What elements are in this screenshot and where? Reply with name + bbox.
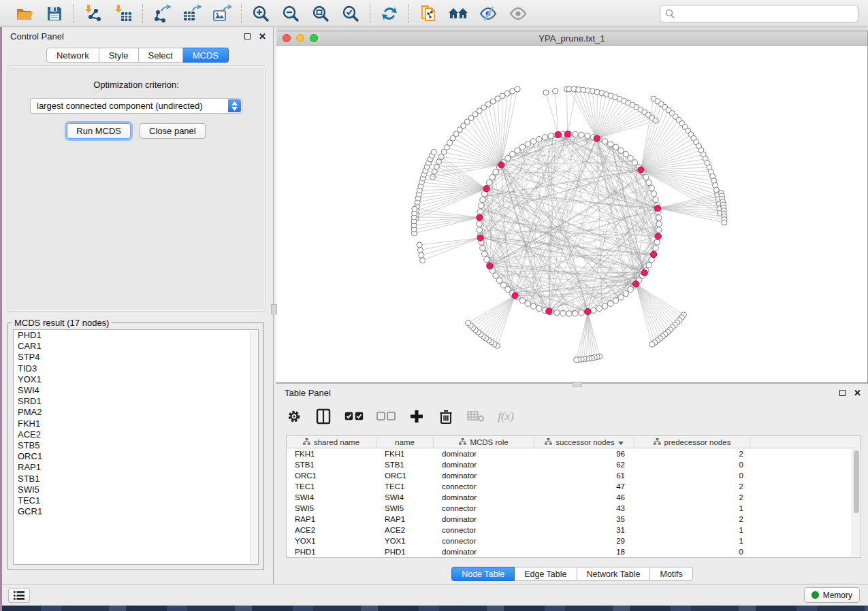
- mcds-result-item[interactable]: ORC1: [14, 451, 258, 462]
- graph-node[interactable]: [632, 160, 637, 165]
- table-row[interactable]: TEC1TEC1connector472: [287, 481, 861, 492]
- graph-node[interactable]: [493, 169, 498, 175]
- table-row[interactable]: SWI5SWI5connector431: [287, 503, 861, 514]
- mcds-result-item[interactable]: SWI4: [14, 385, 258, 396]
- search-field[interactable]: [660, 5, 858, 22]
- graph-node[interactable]: [493, 273, 498, 278]
- zoom-out-icon[interactable]: [280, 3, 301, 24]
- graph-hub-node[interactable]: [638, 167, 644, 173]
- network-graph[interactable]: [276, 46, 867, 382]
- graph-node[interactable]: [722, 220, 727, 225]
- graph-node[interactable]: [477, 227, 482, 233]
- table-row[interactable]: ACE2ACE2connector311: [287, 525, 861, 535]
- column-header-successor-nodes[interactable]: successor nodes: [534, 436, 634, 448]
- graph-node[interactable]: [602, 303, 607, 309]
- graph-node[interactable]: [646, 180, 652, 185]
- graph-node[interactable]: [417, 242, 422, 248]
- network-canvas[interactable]: [276, 46, 867, 382]
- float-window-icon[interactable]: [839, 390, 846, 396]
- graph-node[interactable]: [548, 133, 553, 139]
- graph-node[interactable]: [496, 278, 502, 283]
- column-header-name[interactable]: name: [376, 436, 434, 448]
- graph-node[interactable]: [656, 221, 662, 227]
- table-scrollbar-thumb[interactable]: [854, 450, 859, 513]
- mcds-result-item[interactable]: STP4: [14, 352, 258, 363]
- graph-node[interactable]: [487, 180, 492, 185]
- table-row[interactable]: PHD1PHD1dominator180: [287, 546, 861, 557]
- graph-node[interactable]: [608, 142, 613, 147]
- graph-hub-node[interactable]: [546, 308, 552, 314]
- graph-hub-node[interactable]: [633, 281, 639, 287]
- graph-node[interactable]: [479, 203, 484, 208]
- column-header-MCDS-role[interactable]: MCDS role: [434, 436, 534, 448]
- tab-motifs[interactable]: Motifs: [650, 567, 692, 581]
- table-row[interactable]: YOX1YOX1connector291: [287, 535, 861, 546]
- graph-node[interactable]: [590, 308, 596, 313]
- tab-edge-table[interactable]: Edge Table: [515, 567, 577, 581]
- graph-node[interactable]: [505, 286, 511, 292]
- float-window-icon[interactable]: [244, 33, 251, 39]
- export-network-icon[interactable]: [152, 3, 172, 24]
- vertical-splitter-handle[interactable]: [271, 304, 277, 314]
- graph-node[interactable]: [553, 88, 558, 94]
- graph-node[interactable]: [466, 320, 471, 326]
- graph-node[interactable]: [560, 311, 566, 316]
- graph-node[interactable]: [477, 209, 483, 214]
- column-header-predecessor-nodes[interactable]: predecessor nodes: [634, 436, 750, 448]
- graph-node[interactable]: [530, 303, 536, 309]
- graph-node[interactable]: [628, 155, 633, 161]
- graph-node[interactable]: [656, 215, 662, 220]
- show-all-icon[interactable]: [508, 3, 528, 24]
- mcds-result-item[interactable]: TID3: [14, 363, 258, 374]
- tab-select[interactable]: Select: [139, 48, 183, 63]
- graph-node[interactable]: [579, 132, 584, 137]
- graph-node[interactable]: [613, 144, 618, 150]
- graph-hub-node[interactable]: [655, 233, 661, 240]
- import-network-icon[interactable]: [83, 3, 103, 24]
- graph-node[interactable]: [480, 245, 485, 250]
- graph-node[interactable]: [505, 155, 511, 161]
- mcds-result-item[interactable]: CAR1: [14, 341, 258, 352]
- graph-node[interactable]: [481, 251, 487, 257]
- close-panel-icon[interactable]: ✕: [854, 389, 861, 397]
- delete-table-icon[interactable]: [467, 408, 485, 425]
- list-scrollbar[interactable]: [250, 331, 257, 563]
- mcds-result-item[interactable]: FKH1: [14, 418, 258, 429]
- table-options-gear-icon[interactable]: [286, 408, 302, 425]
- open-file-icon[interactable]: [14, 3, 35, 24]
- export-table-icon[interactable]: [182, 3, 202, 24]
- graph-node[interactable]: [574, 357, 579, 363]
- graph-node[interactable]: [543, 90, 549, 95]
- graph-node[interactable]: [653, 245, 658, 250]
- table-row[interactable]: STB1STB1dominator620: [287, 459, 861, 470]
- graph-node[interactable]: [566, 311, 572, 316]
- close-panel-button[interactable]: Close panel: [140, 123, 206, 139]
- graph-node[interactable]: [579, 310, 584, 316]
- mcds-result-item[interactable]: ACE2: [14, 429, 258, 440]
- graph-node[interactable]: [596, 306, 602, 311]
- graph-node[interactable]: [519, 298, 525, 303]
- graph-hub-node[interactable]: [483, 186, 489, 192]
- graph-node[interactable]: [602, 139, 607, 144]
- zoom-in-icon[interactable]: [251, 3, 271, 24]
- graph-node[interactable]: [613, 298, 618, 303]
- graph-node[interactable]: [618, 148, 624, 153]
- export-image-icon[interactable]: [212, 3, 232, 24]
- network-window-titlebar[interactable]: YPA_prune.txt_1: [276, 31, 867, 46]
- graph-node[interactable]: [646, 263, 652, 268]
- graph-node[interactable]: [510, 88, 515, 94]
- graph-node[interactable]: [500, 282, 506, 288]
- tab-mcds[interactable]: MCDS: [183, 48, 229, 63]
- graph-node[interactable]: [515, 86, 520, 92]
- horizontal-splitter-handle[interactable]: [573, 382, 582, 387]
- graph-node[interactable]: [536, 136, 542, 142]
- graph-hub-node[interactable]: [564, 131, 570, 137]
- search-input[interactable]: [677, 7, 858, 20]
- graph-node[interactable]: [554, 310, 560, 316]
- save-session-icon[interactable]: [44, 3, 65, 24]
- graph-node[interactable]: [656, 227, 662, 233]
- graph-hub-node[interactable]: [477, 235, 483, 241]
- zoom-fit-icon[interactable]: [310, 3, 331, 24]
- function-builder-icon[interactable]: f(x): [498, 408, 514, 425]
- tab-style[interactable]: Style: [99, 48, 139, 63]
